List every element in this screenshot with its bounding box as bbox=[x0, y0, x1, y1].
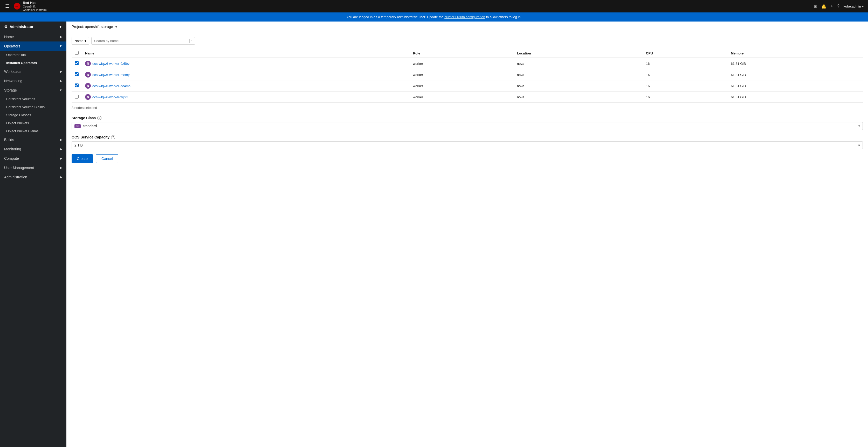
sidebar-item-user-management[interactable]: User Management ▶ bbox=[0, 163, 66, 172]
form-buttons: Create Cancel bbox=[71, 154, 863, 163]
node-name-link[interactable]: ocs-wlqw6-worker-wjl92 bbox=[92, 95, 128, 99]
table-header: Name Role Location CPU Memory bbox=[71, 49, 863, 58]
sidebar-item-operatorhub[interactable]: OperatorHub bbox=[0, 51, 66, 59]
hamburger-button[interactable]: ☰ bbox=[4, 2, 10, 10]
node-avatar: N bbox=[85, 94, 91, 100]
row-checkbox-cell bbox=[71, 92, 82, 103]
topbar-right: ⊞ 🔔 + ? kube:admin ▾ bbox=[814, 4, 864, 9]
sidebar-item-operators[interactable]: Operators ▼ bbox=[0, 41, 66, 51]
col-header-cpu: CPU bbox=[643, 49, 727, 58]
ocs-capacity-help-icon[interactable]: ? bbox=[111, 135, 115, 139]
storage-class-arrow-icon: ▾ bbox=[859, 124, 860, 128]
row-role-cell: worker bbox=[410, 69, 514, 81]
admin-selector[interactable]: ⚙ Administrator ▼ bbox=[0, 22, 66, 32]
select-all-checkbox[interactable] bbox=[75, 51, 79, 55]
node-avatar: N bbox=[85, 83, 91, 89]
sidebar-item-installed-operators[interactable]: Installed Operators bbox=[0, 59, 66, 67]
ocs-capacity-section: OCS Service Capacity ? 2 TiB ▾ bbox=[71, 135, 863, 149]
filter-name-chevron: ▾ bbox=[85, 39, 86, 43]
col-header-role: Role bbox=[410, 49, 514, 58]
table-row: Nocs-wlqw6-worker-qc4msworkernova1661.81… bbox=[71, 81, 863, 92]
chevron-down-icon: ▼ bbox=[59, 88, 62, 92]
row-role-cell: worker bbox=[410, 58, 514, 69]
chevron-right-icon: ▶ bbox=[60, 147, 62, 151]
storage-class-section: Storage Class ? SC standard ▾ bbox=[71, 116, 863, 130]
node-name-link[interactable]: ocs-wlqw6-worker-9z5bv bbox=[92, 62, 129, 66]
row-checkbox-3[interactable] bbox=[75, 95, 79, 98]
row-role-cell: worker bbox=[410, 81, 514, 92]
search-input[interactable] bbox=[91, 37, 195, 44]
sidebar-item-compute[interactable]: Compute ▶ bbox=[0, 154, 66, 163]
row-checkbox-1[interactable] bbox=[75, 72, 79, 76]
notifications-icon[interactable]: 🔔 bbox=[821, 4, 827, 9]
project-label: Project: openshift-storage bbox=[71, 25, 113, 29]
selected-count: 3 nodes selected bbox=[71, 105, 863, 111]
node-name-link[interactable]: ocs-wlqw6-worker-m8mjr bbox=[92, 73, 130, 77]
row-checkbox-2[interactable] bbox=[75, 84, 79, 87]
sidebar-item-storage-classes[interactable]: Storage Classes bbox=[0, 111, 66, 119]
chevron-right-icon: ▶ bbox=[60, 175, 62, 179]
sidebar-item-persistent-volumes[interactable]: Persistent Volumes bbox=[0, 95, 66, 103]
node-avatar: N bbox=[85, 72, 91, 77]
ocs-capacity-dropdown[interactable]: 2 TiB ▾ bbox=[71, 141, 863, 149]
sidebar-item-workloads[interactable]: Workloads ▶ bbox=[0, 67, 66, 76]
sidebar-item-home[interactable]: Home ▶ bbox=[0, 32, 66, 41]
row-checkbox-cell bbox=[71, 81, 82, 92]
row-checkbox-cell bbox=[71, 58, 82, 69]
table-row: Nocs-wlqw6-worker-wjl92workernova1661.81… bbox=[71, 92, 863, 103]
sidebar-item-object-bucket-claims[interactable]: Object Bucket Claims bbox=[0, 127, 66, 135]
admin-chevron-down: ▼ bbox=[59, 25, 62, 29]
sidebar: ⚙ Administrator ▼ Home ▶ Operators ▼ Ope… bbox=[0, 22, 66, 447]
nodes-table: Name Role Location CPU Memory Nocs-wlqw6… bbox=[71, 49, 863, 103]
row-location-cell: nova bbox=[514, 81, 643, 92]
storage-class-dropdown[interactable]: SC standard ▾ bbox=[71, 122, 863, 130]
topbar: ☰ Red Hat OpenShift Container Platform ⊞… bbox=[0, 0, 868, 12]
info-banner: You are logged in as a temporary adminis… bbox=[0, 12, 868, 22]
storage-class-help-icon[interactable]: ? bbox=[97, 116, 101, 120]
row-cpu-cell: 16 bbox=[643, 69, 727, 81]
row-name-cell: Nocs-wlqw6-worker-m8mjr bbox=[82, 69, 410, 81]
filter-name-button[interactable]: Name ▾ bbox=[71, 37, 89, 44]
row-location-cell: nova bbox=[514, 92, 643, 103]
ocs-capacity-arrow-icon: ▾ bbox=[858, 143, 860, 147]
brand: Red Hat OpenShift Container Platform bbox=[13, 1, 47, 12]
table-row: Nocs-wlqw6-worker-9z5bvworkernova1661.81… bbox=[71, 58, 863, 69]
row-checkbox-0[interactable] bbox=[75, 61, 79, 65]
help-icon[interactable]: ? bbox=[837, 4, 839, 8]
row-memory-cell: 61.81 GiB bbox=[727, 58, 863, 69]
sidebar-item-object-buckets[interactable]: Object Buckets bbox=[0, 119, 66, 127]
storage-class-value: standard bbox=[83, 124, 97, 128]
main-content: Project: openshift-storage ▾ Name ▾ / bbox=[66, 22, 868, 447]
row-memory-cell: 61.81 GiB bbox=[727, 81, 863, 92]
node-name-link[interactable]: ocs-wlqw6-worker-qc4ms bbox=[92, 84, 130, 88]
create-button[interactable]: Create bbox=[71, 154, 93, 163]
chevron-right-icon: ▶ bbox=[60, 79, 62, 83]
oauth-config-link[interactable]: cluster OAuth configuration bbox=[444, 15, 485, 19]
col-header-name: Name bbox=[82, 49, 410, 58]
row-location-cell: nova bbox=[514, 69, 643, 81]
redhat-logo bbox=[13, 3, 21, 10]
node-avatar: N bbox=[85, 61, 91, 66]
sidebar-item-builds[interactable]: Builds ▶ bbox=[0, 135, 66, 145]
apps-icon[interactable]: ⊞ bbox=[814, 4, 817, 9]
col-header-memory: Memory bbox=[727, 49, 863, 58]
brand-text: Red Hat OpenShift Container Platform bbox=[23, 1, 47, 12]
user-menu[interactable]: kube:admin ▾ bbox=[844, 4, 864, 8]
add-icon[interactable]: + bbox=[831, 4, 833, 8]
chevron-right-icon: ▶ bbox=[60, 166, 62, 169]
sidebar-item-persistent-volume-claims[interactable]: Persistent Volume Claims bbox=[0, 103, 66, 111]
gear-icon: ⚙ bbox=[4, 25, 7, 29]
sidebar-item-networking[interactable]: Networking ▶ bbox=[0, 76, 66, 86]
col-header-location: Location bbox=[514, 49, 643, 58]
topbar-left: ☰ Red Hat OpenShift Container Platform bbox=[4, 1, 811, 12]
ocs-capacity-value: 2 TiB bbox=[74, 143, 83, 147]
sidebar-item-monitoring[interactable]: Monitoring ▶ bbox=[0, 145, 66, 154]
sidebar-item-administration[interactable]: Administration ▶ bbox=[0, 172, 66, 182]
admin-label: ⚙ Administrator bbox=[4, 25, 33, 29]
cancel-button[interactable]: Cancel bbox=[96, 154, 118, 163]
main-layout: ⚙ Administrator ▼ Home ▶ Operators ▼ Ope… bbox=[0, 22, 868, 447]
filter-row: Name ▾ / bbox=[71, 37, 863, 44]
row-cpu-cell: 16 bbox=[643, 92, 727, 103]
sidebar-item-storage[interactable]: Storage ▼ bbox=[0, 86, 66, 95]
project-dropdown-button[interactable]: ▾ bbox=[115, 24, 117, 29]
